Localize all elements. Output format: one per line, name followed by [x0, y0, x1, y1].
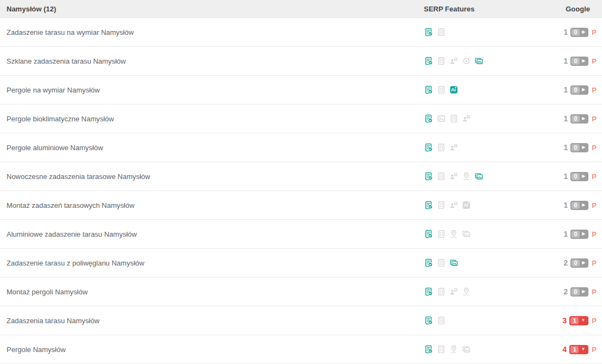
ai-overview-icon: Ai — [461, 200, 471, 210]
serp-features-cell — [424, 171, 528, 181]
position-change-badge: 0 ▶ — [570, 201, 588, 210]
keyword-table-body: Zadaszenie tarasu na wymiar Namysłów 1 0… — [0, 18, 602, 364]
position-value: 1 — [563, 28, 568, 36]
position-change-badge: 1 ▼ — [569, 345, 588, 354]
keyword-label[interactable]: Montaż pergoli Namysłów — [0, 288, 424, 296]
keyword-label[interactable]: Zadaszenie tarasu na wymiar Namysłów — [0, 28, 424, 36]
position-marker[interactable]: P — [592, 57, 597, 65]
keyword-label[interactable]: Aluminiowe zadaszenie tarasu Namysłów — [0, 230, 424, 238]
position-marker[interactable]: P — [592, 346, 597, 354]
trend-arrow-icon: ▶ — [582, 174, 585, 178]
position-change-value: 0 — [571, 231, 580, 238]
position-change-badge: 0 ▶ — [570, 57, 588, 66]
position-marker[interactable]: P — [592, 230, 597, 238]
trend-arrow-icon: ▶ — [582, 88, 585, 92]
position-change-badge: 0 ▶ — [570, 114, 588, 124]
keyword-label[interactable]: Pergole aluminiowe Namysłów — [0, 144, 424, 152]
google-position-cell: 4 1 ▼ P — [528, 345, 602, 354]
position-marker[interactable]: P — [592, 144, 597, 152]
position-value: 3 — [563, 316, 567, 325]
trend-arrow-icon: ▶ — [582, 289, 585, 294]
position-value: 1 — [563, 230, 568, 238]
sitelinks-icon — [436, 229, 446, 239]
keyword-label[interactable]: Pergole Namysłów — [0, 346, 424, 354]
keyword-row[interactable]: Aluminiowe zadaszenie tarasu Namysłów 1 … — [0, 220, 602, 249]
google-position-cell: 1 0 ▶ P — [528, 201, 602, 210]
sitelinks-icon — [436, 143, 446, 152]
images-icon — [461, 344, 471, 354]
serp-features-cell — [424, 344, 528, 354]
google-position-cell: 2 0 ▶ P — [528, 258, 602, 268]
keyword-label[interactable]: Pergole na wymiar Namysłów — [0, 86, 424, 94]
position-change-value: 0 — [571, 202, 580, 209]
position-change-value: 0 — [571, 58, 580, 65]
trend-arrow-icon: ▶ — [582, 203, 585, 207]
keyword-group-title[interactable]: Namysłów (12) — [0, 5, 424, 13]
keyword-row[interactable]: Pergole na wymiar Namysłów Ai 1 0 ▶ P — [0, 76, 602, 104]
keyword-label[interactable]: Montaż zadaszeń tarasowych Namysłów — [0, 201, 424, 209]
knowledge-graph-icon — [449, 143, 459, 152]
keyword-label[interactable]: Zadaszenia tarasu Namysłów — [0, 317, 424, 325]
trend-arrow-icon: ▶ — [582, 59, 585, 63]
keyword-row[interactable]: Pergole bioklimatyczne Namysłów 1 0 ▶ P — [0, 104, 602, 133]
serp-preview-icon — [424, 85, 434, 95]
serp-features-cell — [424, 114, 528, 124]
keyword-row[interactable]: Zadaszenia tarasu Namysłów 3 1 ▼ P — [0, 306, 602, 335]
keyword-row[interactable]: Zadaszenie tarasu na wymiar Namysłów 1 0… — [0, 18, 602, 47]
google-position-cell: 1 0 ▶ P — [528, 230, 602, 239]
keyword-row[interactable]: Nowoczesne zadaszenia tarasowe Namysłów … — [0, 162, 602, 191]
position-value: 1 — [563, 143, 568, 152]
keyword-label[interactable]: Szklane zadaszenia tarasu Namysłów — [0, 57, 424, 65]
keyword-label[interactable]: Pergole bioklimatyczne Namysłów — [0, 115, 424, 123]
image-icon — [436, 114, 446, 124]
position-marker[interactable]: P — [592, 201, 597, 209]
keyword-row[interactable]: Montaż pergoli Namysłów 2 0 ▶ P — [0, 277, 602, 306]
knowledge-graph-icon — [449, 56, 459, 66]
keyword-row[interactable]: Szklane zadaszenia tarasu Namysłów 1 0 ▶… — [0, 47, 602, 76]
ai-overview-icon: Ai — [449, 85, 459, 95]
position-marker[interactable]: P — [592, 28, 597, 36]
position-marker[interactable]: P — [592, 317, 597, 325]
position-change-value: 0 — [571, 144, 580, 151]
serp-preview-icon — [424, 143, 434, 152]
position-marker[interactable]: P — [592, 86, 597, 94]
column-header-serp-features: SERP Features — [424, 5, 528, 13]
position-change-badge: 0 ▶ — [570, 85, 588, 95]
keyword-label[interactable]: Nowoczesne zadaszenia tarasowe Namysłów — [0, 172, 424, 181]
position-value: 1 — [563, 57, 568, 65]
keyword-row[interactable]: Zadaszenie tarasu z poliwęglanu Namysłów… — [0, 249, 602, 277]
position-change-badge: 0 ▶ — [570, 230, 588, 239]
keyword-row[interactable]: Montaż zadaszeń tarasowych Namysłów Ai 1… — [0, 191, 602, 220]
position-value: 2 — [563, 287, 568, 296]
position-change-badge: 1 ▼ — [569, 316, 588, 325]
position-marker[interactable]: P — [592, 172, 597, 181]
position-change-value: 0 — [571, 260, 580, 267]
trend-arrow-icon: ▶ — [582, 116, 585, 121]
position-marker[interactable]: P — [592, 115, 597, 123]
serp-features-cell — [424, 287, 528, 297]
trend-arrow-icon: ▶ — [582, 232, 585, 236]
serp-preview-icon — [424, 316, 434, 325]
keyword-row[interactable]: Pergole Namysłów 4 1 ▼ P — [0, 335, 602, 364]
trend-arrow-icon: ▶ — [582, 145, 585, 150]
position-change-value: 0 — [571, 87, 580, 94]
position-change-badge: 0 ▶ — [570, 28, 588, 37]
sitelinks-icon — [449, 114, 459, 124]
sitelinks-icon — [436, 85, 446, 95]
serp-preview-icon — [424, 344, 434, 354]
google-position-cell: 1 0 ▶ P — [528, 57, 602, 66]
sitelinks-icon — [436, 200, 446, 210]
google-position-cell: 3 1 ▼ P — [528, 316, 602, 325]
position-change-badge: 0 ▶ — [570, 258, 588, 268]
position-marker[interactable]: P — [592, 288, 597, 296]
serp-preview-icon — [424, 114, 434, 124]
keyword-label[interactable]: Zadaszenie tarasu z poliwęglanu Namysłów — [0, 259, 424, 267]
images-icon — [474, 171, 484, 181]
position-value: 2 — [563, 258, 568, 267]
knowledge-graph-icon — [449, 287, 459, 297]
keyword-row[interactable]: Pergole aluminiowe Namysłów 1 0 ▶ P — [0, 133, 602, 162]
local-pack-icon — [461, 287, 471, 297]
video-icon — [461, 56, 471, 66]
serp-features-cell — [424, 56, 528, 66]
position-marker[interactable]: P — [592, 259, 597, 267]
